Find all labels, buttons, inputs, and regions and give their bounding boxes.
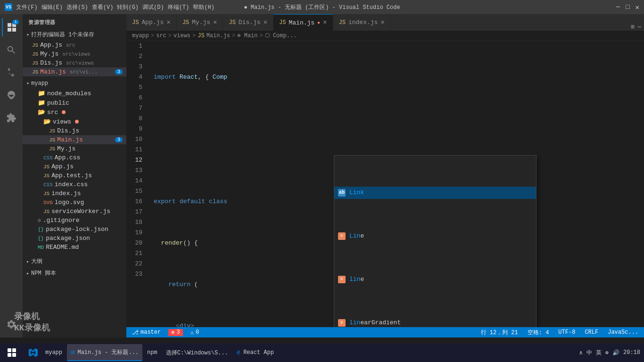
maximize-button[interactable]: □	[626, 3, 629, 11]
outline-header[interactable]: ▸ 大纲	[23, 255, 126, 267]
breadcrumb: myapp > src > views > JS Main.js > ⊕ Mai…	[126, 31, 644, 41]
open-file-appjs[interactable]: JS App.js src	[23, 41, 126, 49]
explorer-icon[interactable]: 1	[2, 18, 21, 37]
apptestjs-file[interactable]: JS App.test.js	[23, 171, 126, 180]
appcss-file[interactable]: CSS App.css	[23, 153, 126, 162]
mainjs-file[interactable]: JS Main.js 3	[23, 135, 126, 144]
error-count: 3	[176, 329, 180, 336]
ac-item-lineargradient[interactable]: ≡ linearGradient	[334, 317, 536, 327]
taskbar-mainjs[interactable]: ⊞ Main.js - 无标题...	[67, 344, 142, 361]
breadcrumb-comp[interactable]: ⬡ Comp...	[265, 32, 297, 39]
tab-mainjs-icon: JS	[279, 19, 286, 26]
tray-icon-1[interactable]: ∧	[579, 349, 583, 356]
extensions-icon[interactable]	[2, 108, 21, 127]
language-status[interactable]: JavaSc...	[606, 329, 640, 336]
menu-file[interactable]: 文件(F)	[16, 3, 38, 11]
tab-myjs[interactable]: JS My.js ×	[177, 14, 223, 31]
breadcrumb-myapp[interactable]: myapp	[132, 33, 149, 39]
tray-icon-2[interactable]: 中	[586, 349, 592, 357]
start-button[interactable]	[0, 343, 24, 362]
public-folder[interactable]: 📁 public	[23, 98, 126, 107]
outline-section: ▸ 大纲	[23, 255, 126, 267]
minimize-button[interactable]: ─	[616, 3, 620, 11]
ac-text-1: Line	[349, 231, 532, 241]
breadcrumb-views[interactable]: views	[173, 33, 190, 39]
js-file-icon: JS	[43, 191, 50, 197]
menu-help[interactable]: 帮助(H)	[193, 3, 215, 11]
menu-goto[interactable]: 转到(G)	[117, 3, 139, 11]
spaces-label: 空格: 4	[528, 329, 549, 337]
open-editors-section[interactable]: ▾ 打开的编辑器 1个未保存	[23, 29, 126, 41]
breadcrumb-mainjs[interactable]: Main.js	[206, 33, 230, 39]
menu-view[interactable]: 查看(V)	[92, 3, 114, 11]
tab-appjs-close[interactable]: ×	[166, 19, 170, 26]
debug-icon[interactable]	[2, 86, 21, 105]
taskbar-browser[interactable]: e React App	[233, 344, 278, 361]
indexcss-label: index.css	[55, 181, 88, 188]
tab-indexjs[interactable]: JS index.js ×	[333, 14, 391, 31]
breadcrumb-src[interactable]: src	[156, 33, 166, 39]
open-file-myjs[interactable]: JS My.js src\views	[23, 49, 126, 58]
code-content[interactable]: import React, { Comp export default clas…	[150, 41, 644, 327]
taskbar-vscode[interactable]	[25, 344, 41, 361]
myapp-section[interactable]: ▾ myapp	[23, 78, 126, 89]
taskbar-cmd[interactable]: 选择C:\Windows\S...	[162, 344, 232, 361]
ac-item-link[interactable]: ab Link	[334, 187, 536, 199]
code-editor[interactable]: 1 2 3 4 5 6 7 8 9 10 11 12 13 14 15 16 1…	[126, 41, 644, 327]
ac-item-line1[interactable]: ≡ Line	[334, 230, 536, 242]
warnings-status[interactable]: ⚠ 0	[189, 329, 201, 336]
node-modules-folder[interactable]: 📁 node_modules	[23, 89, 126, 98]
packagejson-file[interactable]: {} package.json	[23, 234, 126, 243]
close-button[interactable]: ✕	[636, 3, 639, 11]
views-folder[interactable]: 📂 views	[23, 117, 126, 126]
open-file-mainjs[interactable]: JS Main.js src\vi... 3	[23, 67, 126, 76]
open-file-disjs[interactable]: JS Dis.js src\views	[23, 58, 126, 67]
taskbar-items: myapp ⊞ Main.js - 无标题... npm 选择C:\Window…	[24, 344, 576, 361]
tab-disjs-close[interactable]: ×	[264, 19, 267, 26]
taskbar-npm[interactable]: npm	[143, 344, 161, 361]
appjs-file[interactable]: JS App.js	[23, 162, 126, 171]
menu-terminal[interactable]: 终端(T)	[168, 3, 190, 11]
more-actions-icon[interactable]: ⋯	[637, 23, 641, 31]
indexjs-file[interactable]: JS index.js	[23, 189, 126, 198]
apptestjs-label: App.test.js	[51, 172, 92, 179]
logosvg-file[interactable]: SVG logo.svg	[23, 198, 126, 207]
npm-header[interactable]: ▸ NPM 脚本	[23, 267, 126, 279]
menu-debug[interactable]: 调试(D)	[142, 3, 164, 11]
taskbar-clock[interactable]: 20:18	[623, 349, 640, 356]
git-branch-status[interactable]: ⎇ master	[130, 329, 163, 336]
indexcss-file[interactable]: CSS index.css	[23, 180, 126, 189]
tab-mainjs-close[interactable]: ×	[323, 19, 327, 26]
breadcrumb-main-class[interactable]: ⊕ Main	[237, 32, 257, 39]
encoding-status[interactable]: UTF-8	[556, 329, 577, 336]
disjs-file[interactable]: JS Dis.js	[23, 126, 126, 135]
spaces-status[interactable]: 空格: 4	[526, 329, 551, 337]
tab-appjs[interactable]: JS App.js ×	[126, 14, 177, 31]
ac-item-line2[interactable]: ≡ line	[334, 273, 536, 286]
src-folder[interactable]: 📂 src	[23, 107, 126, 117]
code-line-2	[154, 114, 644, 124]
tab-myjs-close[interactable]: ×	[213, 19, 217, 26]
search-icon[interactable]	[2, 41, 21, 59]
taskbar-myapp[interactable]: myapp	[41, 344, 66, 361]
tab-disjs[interactable]: JS Dis.js ×	[223, 14, 273, 31]
tray-icon-3[interactable]: 英	[596, 349, 602, 357]
source-control-icon[interactable]	[2, 63, 21, 82]
tab-mainjs[interactable]: JS Main.js ● ×	[273, 14, 333, 31]
cursor-position-status[interactable]: 行 12，列 21	[479, 329, 520, 337]
activity-bar: 1	[0, 14, 23, 337]
tray-network-icon[interactable]: ⊕	[605, 349, 609, 356]
split-editor-icon[interactable]: ⊞	[631, 23, 635, 31]
tray-volume-icon[interactable]: 🔊	[612, 349, 619, 356]
menu-edit[interactable]: 编辑(E)	[41, 3, 63, 11]
indexjs-label: index.js	[51, 190, 81, 197]
gitignore-file[interactable]: ⚙ .gitignore	[23, 216, 126, 225]
line-ending-status[interactable]: CRLF	[583, 329, 600, 336]
serviceworker-file[interactable]: JS serviceWorker.js	[23, 207, 126, 216]
menu-select[interactable]: 选择(S)	[66, 3, 88, 11]
readme-file[interactable]: MD README.md	[23, 243, 126, 252]
packagelockjson-file[interactable]: {} package-lock.json	[23, 225, 126, 234]
tab-indexjs-close[interactable]: ×	[380, 19, 384, 26]
errors-status[interactable]: ⊗ 3	[168, 329, 182, 336]
myjs-file[interactable]: JS My.js	[23, 144, 126, 153]
